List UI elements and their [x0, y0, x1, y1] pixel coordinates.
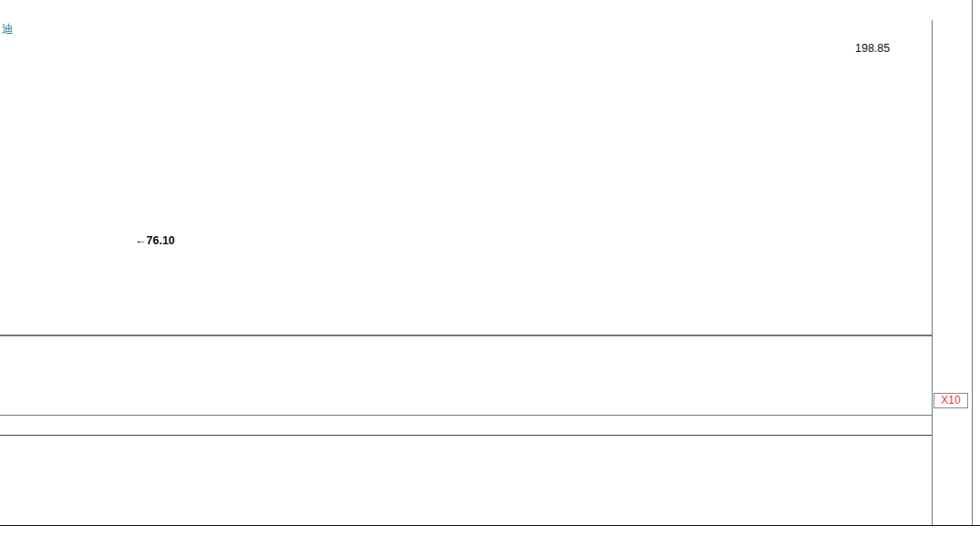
stock-chart-app: 迪 X10 ←76.10 198.85: [0, 0, 980, 546]
chart-canvas: [0, 0, 980, 546]
rsi-pane-top-border: [0, 435, 932, 436]
indicator-tab-bar: [0, 525, 980, 546]
axis-gutter-border: [932, 20, 933, 525]
pane-divider: [0, 335, 932, 336]
scroll-gutter-border: [972, 0, 973, 546]
volume-tabbar-top-border: [0, 415, 932, 416]
